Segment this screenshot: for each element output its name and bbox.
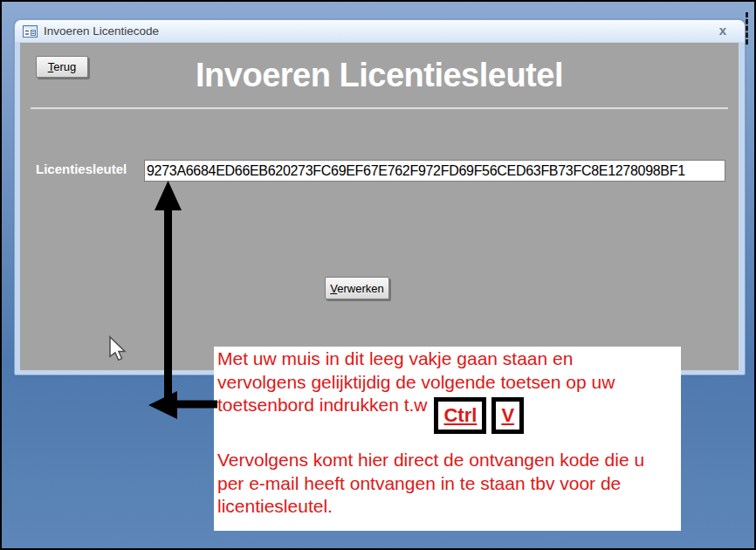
- close-icon[interactable]: x: [716, 23, 730, 38]
- heading-separator: [31, 107, 728, 109]
- annotation-line-text: toetsenbord indrukken t.w: [217, 395, 427, 415]
- annotation-line: Met uw muis in dit leeg vakje gaan staan…: [217, 347, 681, 371]
- annotation-line: licentiesleutel.: [217, 495, 681, 519]
- window-title: Invoeren Licentiecode: [44, 24, 159, 38]
- v-keycap: V: [491, 397, 524, 434]
- window-titlebar[interactable]: Invoeren Licentiecode x: [15, 20, 745, 43]
- annotation-line: Vervolgens komt hier direct de ontvangen…: [217, 449, 681, 472]
- screenshot-stage: Invoeren Licentiecode x Terug Invoeren L…: [0, 0, 756, 550]
- ctrl-keycap: Ctrl: [434, 397, 486, 434]
- annotation-box: Met uw muis in dit leeg vakje gaan staan…: [214, 347, 681, 531]
- page-title: Invoeren Licentiesleutel: [20, 57, 739, 94]
- annotation-line: vervolgens gelijktijdig de volgende toet…: [217, 371, 681, 395]
- verwerken-button[interactable]: Verwerken: [325, 277, 389, 299]
- annotation-line: per e-mail heeft ontvangen in te staan t…: [217, 472, 681, 496]
- dashed-marker: [746, 12, 748, 45]
- annotation-line: toetsenbord indrukken t.wCtrlV: [217, 394, 681, 434]
- license-label: Licentiesleutel: [36, 162, 127, 176]
- verwerken-button-rest: erwerken: [337, 282, 383, 295]
- license-input[interactable]: [144, 160, 725, 182]
- dialog-window: Invoeren Licentiecode x Terug Invoeren L…: [14, 19, 746, 375]
- form-icon: [23, 25, 38, 38]
- form-background: Terug Invoeren Licentiesleutel Licenties…: [20, 43, 739, 370]
